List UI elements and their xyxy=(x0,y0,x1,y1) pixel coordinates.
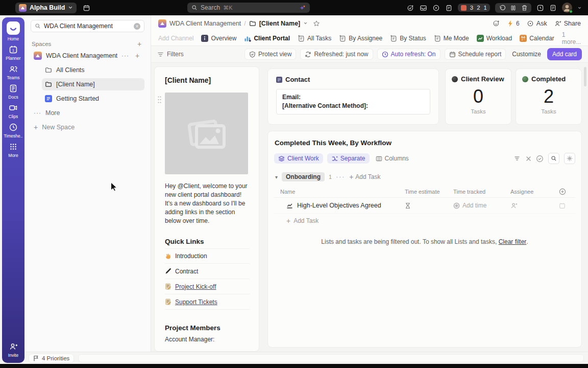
stat-header: Completed xyxy=(522,75,575,83)
sidebar-item-getting-started[interactable]: Getting Started xyxy=(42,93,144,105)
rail-item-planner[interactable]: 1 Planner xyxy=(6,45,20,61)
history-clock-icon[interactable] xyxy=(536,4,544,12)
avatar-chevron-icon[interactable] xyxy=(577,6,582,10)
add-column-button[interactable] xyxy=(559,188,575,195)
column-name[interactable]: Name xyxy=(274,189,405,195)
scrollbar-thumb[interactable] xyxy=(584,67,586,86)
ai-credits[interactable]: 6 xyxy=(507,20,520,27)
ai-sparkle-icon[interactable] xyxy=(299,5,306,11)
clear-filter-link[interactable]: Clear filter xyxy=(499,238,527,245)
protect-view-button[interactable]: Protect view xyxy=(244,49,296,60)
space-more-icon[interactable]: ··· xyxy=(121,52,129,59)
rail-item-home[interactable]: Home xyxy=(7,21,20,41)
settings-button[interactable] xyxy=(564,153,575,164)
undo-icon[interactable] xyxy=(498,4,506,12)
add-space-icon[interactable]: + xyxy=(135,40,143,48)
customize-button[interactable]: Customize xyxy=(510,51,543,58)
search-button[interactable] xyxy=(548,153,559,164)
auto-refresh-button[interactable]: Auto refresh: On xyxy=(377,49,440,60)
group-badge[interactable]: Onboarding xyxy=(282,172,325,181)
document-icon[interactable] xyxy=(549,4,557,12)
drag-handle-icon[interactable] xyxy=(157,96,162,104)
tab-overview[interactable]: Overview xyxy=(201,35,236,42)
tab-client-portal[interactable]: Client Portal xyxy=(244,35,290,42)
star-icon[interactable] xyxy=(313,20,320,27)
tab-by-assignee[interactable]: By Assignee xyxy=(339,35,382,42)
clear-search-icon[interactable]: × xyxy=(134,23,140,30)
time-tracked-cell[interactable]: Add time xyxy=(453,202,510,209)
sidebar-item-all-clients[interactable]: All Clients xyxy=(42,64,144,76)
tabs-more[interactable]: 1 more... xyxy=(562,31,581,45)
plus-icon: + xyxy=(349,173,353,180)
rail-item-docs[interactable]: Docs xyxy=(8,84,18,100)
tab-me-mode[interactable]: Me Mode xyxy=(434,35,469,42)
refreshed-button[interactable]: Refreshed: just now xyxy=(300,49,373,60)
tab-by-status[interactable]: By Status xyxy=(390,35,426,42)
filter-active-icon[interactable] xyxy=(514,155,521,162)
check-circle-plus-icon[interactable] xyxy=(407,4,414,12)
quick-link-introduction[interactable]: Introduction xyxy=(165,248,250,264)
inbox-icon[interactable] xyxy=(420,4,427,12)
chevron-down-icon[interactable]: ▾ xyxy=(275,174,278,180)
emoji-add-icon[interactable] xyxy=(493,19,500,27)
pause-icon[interactable] xyxy=(509,4,517,12)
contact-fields[interactable]: Email: [Alternative Contact Method]: xyxy=(276,89,430,114)
notepad-icon[interactable] xyxy=(445,4,453,12)
priorities-button[interactable]: 4 Priorities xyxy=(29,354,74,363)
quick-link-project-kickoff[interactable]: Project Kick-off xyxy=(165,279,250,294)
calendar-icon[interactable] xyxy=(83,4,90,12)
sidebar-new-space[interactable]: + New Space xyxy=(31,121,144,133)
task-row[interactable]: High-Level Objectives Agreed Add time xyxy=(274,198,575,214)
user-avatar[interactable] xyxy=(562,3,572,13)
rail-item-timesheets[interactable]: Timeshe.. xyxy=(4,123,22,139)
rail-item-teams[interactable]: Teams xyxy=(7,64,19,80)
sidebar-item-client-name[interactable]: [Client Name] xyxy=(42,78,144,90)
group-add-task-button[interactable]: + Add Task xyxy=(349,173,380,180)
columns-button[interactable]: Columns xyxy=(374,153,411,164)
group-more-icon[interactable]: ··· xyxy=(336,173,345,180)
tab-label: All Tasks xyxy=(307,35,331,42)
record-icon[interactable] xyxy=(432,4,440,12)
assignee-cell[interactable] xyxy=(510,202,559,209)
separate-pill[interactable]: Separate xyxy=(327,153,370,164)
space-add-icon[interactable]: + xyxy=(133,52,141,59)
workspace-switcher[interactable]: Alpha Build xyxy=(15,3,77,13)
chevron-down-icon[interactable] xyxy=(303,21,308,26)
client-review-stat-card[interactable]: Client Review 0 Tasks xyxy=(445,68,511,125)
breadcrumb-space[interactable]: WDA Client Management xyxy=(169,20,241,27)
app-window: Alpha Build Search ⌘K 3 2 1 xyxy=(0,0,588,368)
time-estimate-cell[interactable] xyxy=(405,202,453,209)
column-time-tracked[interactable]: Time tracked xyxy=(453,189,510,195)
rail-item-invite[interactable]: Invite xyxy=(8,342,18,358)
sidebar-item-label: [Client Name] xyxy=(56,81,141,88)
ask-button[interactable]: Ask xyxy=(527,20,547,27)
tab-workload[interactable]: Workload xyxy=(477,35,512,42)
add-task-button[interactable]: + Add Task xyxy=(274,214,575,228)
global-search[interactable]: Search ⌘K xyxy=(187,3,310,13)
tab-calendar[interactable]: Calendar xyxy=(520,35,554,42)
due-date-cell[interactable] xyxy=(559,202,575,209)
completed-stat-card[interactable]: Completed 2 Tasks xyxy=(516,68,582,125)
quick-link-contract[interactable]: Contract xyxy=(165,264,250,279)
tab-all-tasks[interactable]: All Tasks xyxy=(298,35,331,42)
quick-link-support-tickets[interactable]: Support Tickets xyxy=(165,294,250,310)
close-icon[interactable] xyxy=(526,156,531,162)
add-card-button[interactable]: Add card xyxy=(547,48,582,60)
sidebar-search-input[interactable]: WDA Client Management × xyxy=(31,20,144,32)
sidebar-more[interactable]: ··· More xyxy=(31,107,144,119)
rail-item-more[interactable]: More xyxy=(8,142,18,158)
rail-item-clips[interactable]: Clips xyxy=(9,103,18,119)
check-circle-icon[interactable] xyxy=(536,155,544,163)
status-dot-icon xyxy=(522,76,528,82)
column-time-estimate[interactable]: Time estimate xyxy=(405,189,453,195)
share-button[interactable]: Share xyxy=(554,20,581,27)
schedule-report-button[interactable]: Schedule report xyxy=(445,49,506,60)
sprint-counters[interactable]: 3 2 1 xyxy=(458,4,490,12)
breadcrumb-page[interactable]: [Client Name] xyxy=(259,20,301,27)
filters-button[interactable]: Filters xyxy=(157,51,184,58)
trash-icon[interactable] xyxy=(521,4,528,12)
tab-add-channel[interactable]: Add Channel xyxy=(158,35,193,42)
column-assignee[interactable]: Assignee xyxy=(510,189,559,195)
client-work-pill[interactable]: Client Work xyxy=(274,153,323,164)
sidebar-space-wda[interactable]: WDA Client Management ··· + xyxy=(31,50,144,62)
